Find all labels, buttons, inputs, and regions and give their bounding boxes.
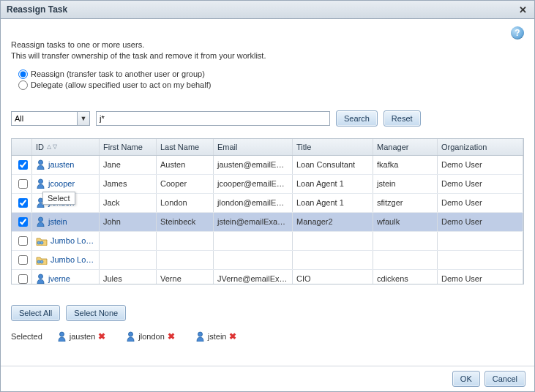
dialog-titlebar: Reassign Task ✕ <box>1 1 534 19</box>
row-checkbox[interactable] <box>18 198 28 208</box>
col-title[interactable]: Title <box>293 139 373 155</box>
row-checkbox[interactable] <box>18 236 28 246</box>
radio-reassign-input[interactable] <box>18 69 28 79</box>
row-checkbox[interactable] <box>18 255 28 265</box>
table-row[interactable]: jlondonJackLondonjlondon@emailE…Loan Age… <box>12 194 523 213</box>
cell-org: Demo User <box>438 156 523 174</box>
col-id[interactable]: ID △▽ <box>32 139 100 155</box>
id-link[interactable]: jstein <box>48 217 67 226</box>
select-none-button[interactable]: Select None <box>66 305 126 321</box>
cell-first: Jane <box>100 156 157 174</box>
row-checkbox[interactable] <box>18 217 28 227</box>
selected-chip-label: jausten <box>70 332 95 341</box>
cell-checkbox[interactable] <box>12 232 32 250</box>
row-checkbox[interactable] <box>18 274 28 284</box>
id-link[interactable]: Jumbo Lo… <box>50 236 94 245</box>
id-link[interactable]: Jumbo Lo… <box>50 255 94 264</box>
action-radio-group: Reassign (transfer task to another user … <box>18 69 524 90</box>
cancel-button[interactable]: Cancel <box>485 371 525 387</box>
cell-first: Jules <box>100 270 157 284</box>
col-id-label: ID <box>36 143 44 151</box>
cell-first <box>100 232 157 250</box>
row-checkbox[interactable] <box>18 179 28 189</box>
svg-point-5 <box>40 241 43 244</box>
col-last[interactable]: Last Name <box>157 139 214 155</box>
user-icon <box>36 178 45 189</box>
table-row[interactable]: Jumbo Lo… <box>12 251 523 270</box>
table-row[interactable]: jcooperJamesCooperjcooper@emailE…Loan Ag… <box>12 175 523 194</box>
help-icon[interactable]: ? <box>511 26 524 39</box>
selected-chip-label: jlondon <box>138 332 164 341</box>
svg-point-1 <box>39 179 43 184</box>
info-line-1: Reassign tasks to one or more users. <box>11 39 524 50</box>
cell-title: Loan Agent 1 <box>293 175 373 193</box>
table-row[interactable]: jverneJulesVerneJVerne@emailEx…CIOcdicke… <box>12 270 523 284</box>
cell-checkbox[interactable] <box>12 194 32 212</box>
cell-id: jverne <box>32 270 100 284</box>
cell-title <box>293 232 373 250</box>
col-checkbox <box>12 139 32 155</box>
cell-org: Demo User <box>438 213 523 231</box>
svg-point-6 <box>37 260 40 263</box>
radio-delegate-label: Delegate (allow specified user to act on… <box>31 80 211 89</box>
user-icon <box>36 159 45 170</box>
remove-icon[interactable]: ✖ <box>98 331 105 342</box>
cell-manager: cdickens <box>373 270 438 284</box>
table-row[interactable]: jsteinJohnSteinbeckjstein@emailExa…Manag… <box>12 213 523 232</box>
table-header: ID △▽ First Name Last Name Email Title M… <box>12 139 523 156</box>
cell-title: CIO <box>293 270 373 284</box>
id-link[interactable]: jausten <box>48 160 74 169</box>
ok-button[interactable]: OK <box>452 371 480 387</box>
reset-button[interactable]: Reset <box>384 110 421 127</box>
cell-manager: fkafka <box>373 156 438 174</box>
radio-delegate-input[interactable] <box>18 80 28 90</box>
selected-row: Selected jausten✖jlondon✖jstein✖ <box>11 331 524 342</box>
search-mode-input[interactable] <box>11 111 77 126</box>
cell-checkbox[interactable] <box>12 213 32 231</box>
select-all-button[interactable]: Select All <box>11 305 60 321</box>
reassign-task-dialog: Reassign Task ✕ ? Reassign tasks to one … <box>0 0 535 392</box>
col-email[interactable]: Email <box>214 139 293 155</box>
cell-last: Austen <box>157 156 214 174</box>
cell-org: Demo User <box>438 270 523 284</box>
svg-point-11 <box>198 332 202 336</box>
table-row[interactable]: Jumbo Lo… <box>12 232 523 251</box>
dialog-footer: OK Cancel <box>1 366 534 391</box>
cell-first: John <box>100 213 157 231</box>
radio-reassign-label: Reassign (transfer task to another user … <box>31 69 205 78</box>
cell-manager: sfitzger <box>373 194 438 212</box>
cell-checkbox[interactable] <box>12 156 32 174</box>
cell-id: jcooper <box>32 175 100 193</box>
cell-email: JVerne@emailEx… <box>214 270 293 284</box>
dialog-title: Reassign Task <box>7 4 67 15</box>
id-link[interactable]: jcooper <box>48 179 75 188</box>
search-input[interactable] <box>96 111 330 126</box>
cell-checkbox[interactable] <box>12 175 32 193</box>
cell-checkbox[interactable] <box>12 251 32 269</box>
svg-point-9 <box>59 332 64 336</box>
cell-last: Steinbeck <box>157 213 214 231</box>
close-icon[interactable]: ✕ <box>517 4 528 15</box>
selected-chips: jausten✖jlondon✖jstein✖ <box>57 331 237 342</box>
col-manager[interactable]: Manager <box>373 139 438 155</box>
search-mode-combo[interactable]: ▼ <box>11 111 90 126</box>
col-first[interactable]: First Name <box>100 139 157 155</box>
table-body[interactable]: jaustenJaneAustenjausten@emailE…Loan Con… <box>12 156 523 284</box>
id-link[interactable]: jverne <box>48 274 70 283</box>
remove-icon[interactable]: ✖ <box>229 331 236 342</box>
cell-id: Jumbo Lo… <box>32 232 100 250</box>
row-checkbox[interactable] <box>18 160 28 170</box>
table-row[interactable]: jaustenJaneAustenjausten@emailE…Loan Con… <box>12 156 523 175</box>
remove-icon[interactable]: ✖ <box>168 331 175 342</box>
cell-checkbox[interactable] <box>12 270 32 284</box>
chevron-down-icon[interactable]: ▼ <box>77 111 90 126</box>
cell-last <box>157 251 214 269</box>
radio-delegate[interactable]: Delegate (allow specified user to act on… <box>18 80 524 90</box>
selected-chip: jstein✖ <box>195 331 237 342</box>
svg-point-4 <box>37 241 40 244</box>
svg-point-8 <box>39 274 43 279</box>
search-button[interactable]: Search <box>336 110 378 127</box>
radio-reassign[interactable]: Reassign (transfer task to another user … <box>18 69 524 79</box>
info-text: Reassign tasks to one or more users. Thi… <box>11 39 524 62</box>
col-org[interactable]: Organization <box>438 139 523 155</box>
